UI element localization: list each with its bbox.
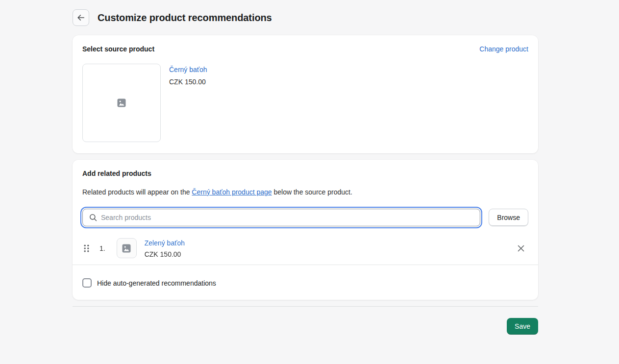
description-suffix: below the source product. — [272, 188, 352, 196]
source-product-price: CZK 150.00 — [169, 78, 207, 86]
save-button[interactable]: Save — [507, 318, 538, 335]
search-icon — [89, 213, 98, 222]
search-field — [82, 209, 480, 226]
source-product-image-placeholder — [82, 64, 161, 142]
product-page-link[interactable]: Černý baťoh product page — [192, 188, 272, 196]
page-title: Customize product recommendations — [98, 12, 272, 24]
footer-actions: Save — [73, 318, 538, 335]
source-card-header: Select source product Change product — [82, 45, 528, 53]
change-product-link[interactable]: Change product — [479, 45, 528, 53]
page-divider — [73, 306, 538, 307]
related-product-row: 1. Zelený baťoh CZK 150.00 — [73, 232, 538, 265]
image-placeholder-icon — [117, 98, 126, 108]
checkbox-label: Hide auto-generated recommendations — [97, 279, 216, 287]
related-product-name-link[interactable]: Zelený baťoh — [145, 239, 185, 247]
related-product-info: Zelený baťoh CZK 150.00 — [145, 239, 185, 258]
hide-recommendations-checkbox[interactable] — [82, 278, 92, 288]
arrow-left-icon — [76, 13, 86, 23]
source-product-info: Černý baťoh CZK 150.00 — [169, 64, 207, 142]
hide-recommendations-row: Hide auto-generated recommendations — [73, 265, 538, 300]
page-header: Customize product recommendations — [73, 0, 538, 26]
back-button[interactable] — [73, 9, 89, 26]
related-card-title: Add related products — [82, 170, 528, 177]
search-products-input[interactable] — [101, 214, 474, 221]
browse-button[interactable]: Browse — [489, 209, 528, 226]
source-card-title: Select source product — [82, 45, 154, 53]
add-related-products-card: Add related products Related products wi… — [73, 160, 538, 300]
related-card-description: Related products will appear on the Čern… — [82, 187, 528, 197]
remove-related-product-button[interactable] — [515, 242, 527, 255]
image-placeholder-icon — [122, 243, 131, 253]
source-product-name-link[interactable]: Černý baťoh — [169, 66, 207, 73]
select-source-product-card: Select source product Change product Čer… — [73, 35, 538, 153]
related-product-thumbnail — [117, 238, 137, 258]
search-row: Browse — [73, 209, 538, 226]
description-prefix: Related products will appear on the — [82, 188, 192, 196]
row-index: 1. — [99, 244, 105, 252]
page: Customize product recommendations Select… — [73, 0, 538, 335]
close-icon — [518, 245, 524, 252]
related-product-price: CZK 150.00 — [145, 250, 185, 258]
source-product-media: Černý baťoh CZK 150.00 — [82, 64, 528, 142]
drag-handle-icon[interactable] — [82, 242, 91, 255]
